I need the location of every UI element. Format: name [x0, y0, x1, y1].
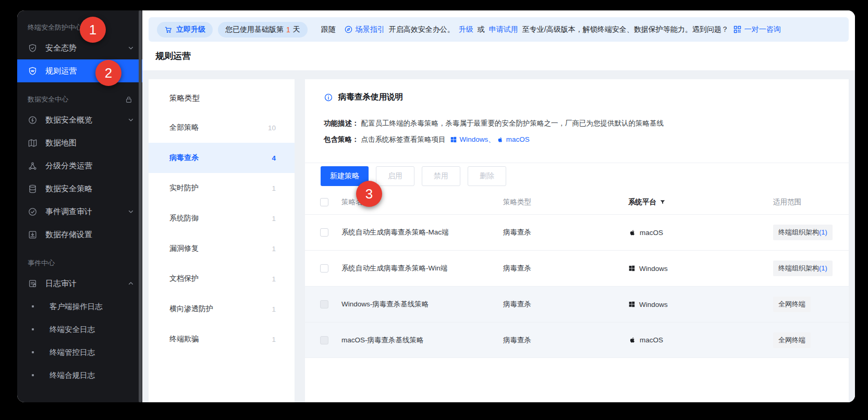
delete-button[interactable]: 删除	[468, 166, 506, 186]
sidebar-item-security-posture[interactable]: 安全态势	[17, 36, 142, 59]
policy-row-macos-baseline[interactable]: macOS-病毒查杀基线策略 病毒查杀 macOS 全网终端	[305, 322, 849, 358]
policy-type-label: 文档保护	[169, 274, 199, 283]
upgrade-link[interactable]: 升级	[459, 25, 473, 34]
policy-type-count: 1	[272, 215, 276, 223]
policy-type-terminal-deception[interactable]: 终端欺骗 1	[149, 324, 295, 354]
sidebar-item-incident-audit[interactable]: 事件调查审计	[17, 200, 142, 223]
sidebar-item-label: 终端合规日志	[50, 370, 95, 380]
upgrade-now-label: 立即升级	[176, 25, 205, 34]
scope-tag[interactable]: 全网终端	[773, 332, 811, 348]
policy-type-realtime-protection[interactable]: 实时防护 1	[149, 173, 295, 203]
policy-row-windows-baseline[interactable]: Windows-病毒查杀基线策略 病毒查杀 Windows 全网终端	[305, 286, 849, 322]
chevron-down-icon	[128, 117, 134, 123]
scope-cell: 终端组织架构(1)	[773, 261, 849, 276]
policy-type-count: 1	[272, 275, 276, 283]
row-checkbox[interactable]	[320, 264, 328, 273]
scope-tag[interactable]: 终端组织架构(1)	[773, 261, 833, 276]
policy-type-label: 终端欺骗	[169, 335, 199, 344]
policy-toolbar: 新建策略 启用 禁用 删除	[305, 166, 849, 186]
policy-type-lateral-penetration[interactable]: 横向渗透防护 1	[149, 294, 295, 324]
enable-button[interactable]: 启用	[376, 166, 414, 186]
row-checkbox-disabled	[320, 336, 328, 344]
policy-type-document-protection[interactable]: 文档保护 1	[149, 264, 295, 294]
feature-description-line: 功能描述： 配置员工终端的杀毒策略，杀毒属于最重要的安全防护策略之一，厂商已为您…	[305, 118, 849, 129]
sidebar-item-label: 事件调查审计	[45, 207, 92, 217]
sidebar-scrollbar-thumb[interactable]	[139, 10, 142, 402]
sidebar-item-rule-operations[interactable]: 规则运营	[17, 59, 142, 82]
storage-download-icon	[28, 229, 38, 240]
policy-type: 病毒查杀	[503, 264, 628, 273]
sidebar: 终端安全防护中心 安全态势 规则运营 数据安全中心	[17, 10, 142, 402]
policy-type-all[interactable]: 全部策略 10	[149, 113, 295, 143]
platform-label: macOS	[640, 336, 663, 344]
policy-type-label: 全部策略	[169, 123, 199, 132]
bullet-icon	[32, 374, 34, 376]
sidebar-item-data-security-policy[interactable]: 数据安全策略	[17, 177, 142, 200]
policy-name: Windows-病毒查杀基线策略	[341, 300, 503, 309]
banner-or-text: 或	[478, 25, 485, 34]
windows-icon	[450, 136, 457, 143]
scene-guide-link[interactable]: 场景指引	[356, 25, 385, 34]
apply-trial-link[interactable]: 申请试用	[489, 25, 518, 34]
scope-cell: 终端组织架构(1)	[773, 225, 849, 240]
sidebar-item-data-storage-settings[interactable]: 数据存储设置	[17, 223, 142, 246]
policy-type: 病毒查杀	[503, 300, 628, 309]
scope-tag[interactable]: 终端组织架构(1)	[773, 225, 833, 240]
policy-type: 病毒查杀	[503, 228, 628, 237]
col-header-platform[interactable]: 系统平台	[628, 197, 773, 207]
sidebar-item-label: 终端安全日志	[50, 325, 95, 335]
upgrade-now-button[interactable]: 立即升级	[157, 22, 213, 38]
sidebar-item-data-map[interactable]: 数据地图	[17, 131, 142, 154]
policy-type-panel: 策略类型 全部策略 10 病毒查杀 4 实时防护 1 系统防御	[149, 79, 295, 402]
policy-type-system-defense[interactable]: 系统防御 1	[149, 203, 295, 233]
lock-icon	[125, 95, 133, 104]
sidebar-item-terminal-compliance-log[interactable]: 终端合规日志	[17, 364, 142, 387]
sidebar-item-label: 安全态势	[45, 43, 77, 53]
sidebar-item-data-security-overview[interactable]: 数据安全概览	[17, 108, 142, 131]
sidebar-item-label: 分级分类运营	[45, 161, 92, 171]
row-checkbox[interactable]	[320, 228, 328, 237]
scope-cell: 全网终端	[773, 297, 849, 312]
scope-tag[interactable]: 全网终端	[773, 297, 811, 312]
info-circle-icon	[324, 93, 333, 102]
platform-cell: macOS	[628, 229, 773, 237]
platform-label: Windows	[639, 265, 668, 273]
one-on-one-consult-link[interactable]: 一对一咨询	[744, 25, 781, 34]
sidebar-item-log-audit[interactable]: 日志审计	[17, 272, 142, 295]
apple-icon	[496, 136, 504, 143]
sidebar-item-classification-operations[interactable]: 分级分类运营	[17, 154, 142, 177]
platform-label: Windows	[639, 301, 668, 308]
sidebar-header-label: 事件中心	[28, 258, 55, 268]
policy-type-virus-scan[interactable]: 病毒查杀 4	[149, 143, 295, 173]
bullet-icon	[32, 328, 34, 330]
platform-cell: Windows	[628, 265, 773, 273]
apple-icon	[628, 336, 636, 344]
table-header-row: 策略名称 策略类型 系统平台 适用范围	[305, 190, 849, 214]
policy-type-count: 4	[272, 154, 276, 162]
scope-cell: 全网终端	[773, 332, 849, 348]
disable-button[interactable]: 禁用	[422, 166, 460, 186]
trial-text-pre: 您已使用基础版第	[225, 25, 284, 34]
sidebar-item-client-operation-log[interactable]: 客户端操作日志	[17, 295, 142, 318]
policy-row-win-auto[interactable]: 系统自动生成病毒查杀策略-Win端 病毒查杀 Windows 终端组织架构(1)	[305, 250, 849, 286]
policy-type-count: 1	[272, 245, 276, 253]
windows-policy-link[interactable]: Windows、	[450, 134, 495, 145]
policy-type-count: 10	[268, 124, 276, 132]
filter-funnel-icon[interactable]	[659, 199, 666, 205]
policy-name: macOS-病毒查杀基线策略	[341, 336, 503, 345]
feature-description-text: 配置员工终端的杀毒策略，杀毒属于最重要的安全防护策略之一，厂商已为您提供默认的策…	[361, 118, 664, 129]
policy-row-mac-auto[interactable]: 系统自动生成病毒查杀策略-Mac端 病毒查杀 macOS 终端组织架构(1)	[305, 214, 849, 250]
circle-bolt-icon	[28, 115, 38, 125]
main-column: 立即升级 您已使用基础版第 1 天 跟随 场景指引 开启高效安全办公。 升级 或…	[142, 10, 855, 402]
policy-type-vulnerability-fix[interactable]: 漏洞修复 1	[149, 233, 295, 264]
macos-policy-link[interactable]: macOS	[496, 134, 530, 145]
sidebar-item-terminal-control-log[interactable]: 终端管控日志	[17, 341, 142, 364]
banner-follow-text: 跟随	[321, 25, 336, 34]
windows-icon	[628, 301, 635, 308]
select-all-checkbox[interactable]	[320, 198, 328, 206]
sidebar-scrollbar[interactable]	[139, 10, 142, 402]
annotation-badge-2: 2	[95, 60, 121, 86]
row-checkbox-disabled	[320, 300, 328, 308]
policy-type-label: 实时防护	[169, 183, 199, 193]
sidebar-item-terminal-security-log[interactable]: 终端安全日志	[17, 318, 142, 341]
